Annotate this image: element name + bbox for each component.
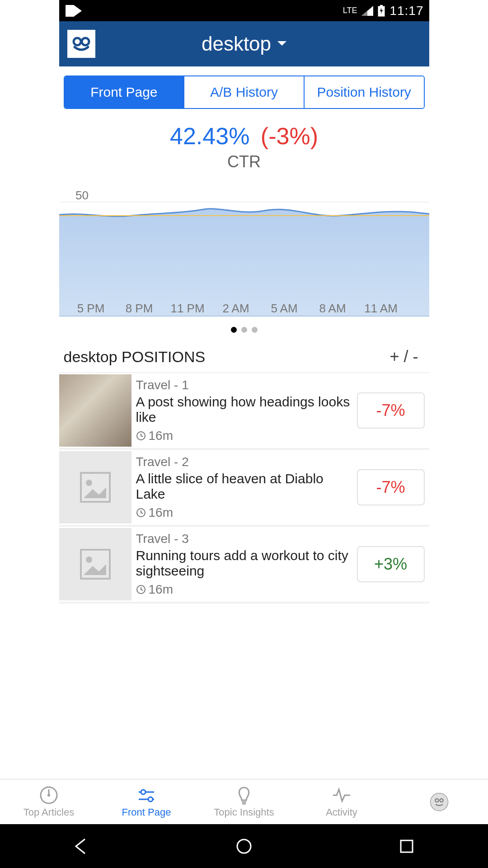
status-time: 11:17 bbox=[389, 4, 423, 18]
metric-value: 42.43% bbox=[170, 123, 249, 149]
position-time-text: 16m bbox=[149, 582, 173, 597]
app-header: desktop bbox=[59, 21, 429, 66]
position-time: 16m bbox=[136, 582, 352, 597]
header-title-dropdown[interactable]: desktop bbox=[68, 33, 421, 55]
position-title: A little slice of heaven at Diablo Lake bbox=[136, 471, 352, 502]
position-category: Travel - 1 bbox=[136, 378, 352, 392]
x-tick: 5 PM bbox=[77, 302, 104, 315]
tab-label: A/B History bbox=[210, 85, 278, 99]
position-time: 16m bbox=[136, 429, 352, 443]
position-thumbnail bbox=[59, 528, 131, 600]
y-tick: 50 bbox=[75, 189, 89, 202]
tab-label: Front Page bbox=[90, 85, 157, 99]
positions-header: desktop POSITIONS + / - bbox=[59, 339, 429, 373]
metric-summary: 42.43% (-3%) CTR bbox=[59, 123, 429, 171]
position-row[interactable]: Travel - 3 Running tours add a workout t… bbox=[59, 527, 429, 604]
position-time-text: 16m bbox=[149, 429, 173, 443]
position-row[interactable]: Travel - 2 A little slice of heaven at D… bbox=[59, 450, 429, 527]
position-time: 16m bbox=[136, 505, 352, 520]
clock-icon bbox=[136, 431, 146, 441]
lte-icon: LTE bbox=[343, 6, 357, 15]
positions-title: desktop POSITIONS bbox=[64, 348, 206, 366]
position-thumbnail bbox=[59, 374, 131, 447]
status-bar: LTE 11:17 bbox=[59, 0, 429, 21]
x-tick: 2 AM bbox=[222, 302, 249, 315]
svg-rect-1 bbox=[380, 5, 383, 6]
tab-ab-history[interactable]: A/B History bbox=[184, 76, 305, 108]
position-category: Travel - 3 bbox=[136, 532, 352, 546]
position-title: Running tours add a workout to city sigh… bbox=[136, 548, 352, 579]
page-dot[interactable] bbox=[252, 327, 258, 333]
page-dot[interactable] bbox=[231, 327, 237, 333]
tab-front-page[interactable]: Front Page bbox=[65, 76, 185, 108]
x-tick: 5 AM bbox=[271, 302, 297, 315]
page-dot[interactable] bbox=[241, 327, 247, 333]
clock-icon bbox=[136, 508, 146, 518]
tab-label: Position History bbox=[317, 85, 411, 99]
header-title-text: desktop bbox=[202, 33, 271, 55]
svg-point-12 bbox=[86, 557, 92, 563]
position-change-badge: -7% bbox=[357, 469, 425, 505]
page-indicator[interactable] bbox=[59, 327, 429, 333]
metric-label: CTR bbox=[59, 152, 429, 171]
position-time-text: 16m bbox=[149, 505, 173, 520]
svg-point-9 bbox=[86, 480, 92, 486]
position-thumbnail bbox=[59, 451, 131, 524]
battery-icon bbox=[378, 5, 385, 17]
position-body: Travel - 2 A little slice of heaven at D… bbox=[136, 450, 352, 524]
position-change-badge: -7% bbox=[357, 392, 425, 429]
position-row[interactable]: Travel - 1 A post showing how headings l… bbox=[59, 373, 429, 450]
tab-position-history[interactable]: Position History bbox=[305, 76, 424, 108]
positions-toggle[interactable]: + / - bbox=[389, 347, 424, 366]
ctr-chart[interactable]: 50 40 30 20 10 5 PM 8 PM 11 PM 2 AM 5 AM… bbox=[59, 180, 429, 321]
position-body: Travel - 3 Running tours add a workout t… bbox=[136, 527, 352, 601]
position-category: Travel - 2 bbox=[136, 455, 352, 469]
position-body: Travel - 1 A post showing how headings l… bbox=[136, 373, 352, 448]
clock-icon bbox=[136, 585, 146, 594]
position-title: A post showing how headings looks like bbox=[136, 394, 352, 425]
status-notification-icon bbox=[65, 4, 83, 18]
x-tick: 11 AM bbox=[364, 302, 398, 315]
x-tick: 8 AM bbox=[319, 302, 346, 315]
chevron-down-icon bbox=[277, 40, 287, 47]
segment-control: Front Page A/B History Position History bbox=[64, 75, 425, 109]
metric-change: (-3%) bbox=[261, 123, 318, 149]
x-tick: 11 PM bbox=[170, 302, 204, 315]
x-tick: 8 PM bbox=[125, 302, 153, 315]
signal-icon bbox=[361, 6, 373, 16]
position-change-badge: +3% bbox=[357, 546, 425, 582]
